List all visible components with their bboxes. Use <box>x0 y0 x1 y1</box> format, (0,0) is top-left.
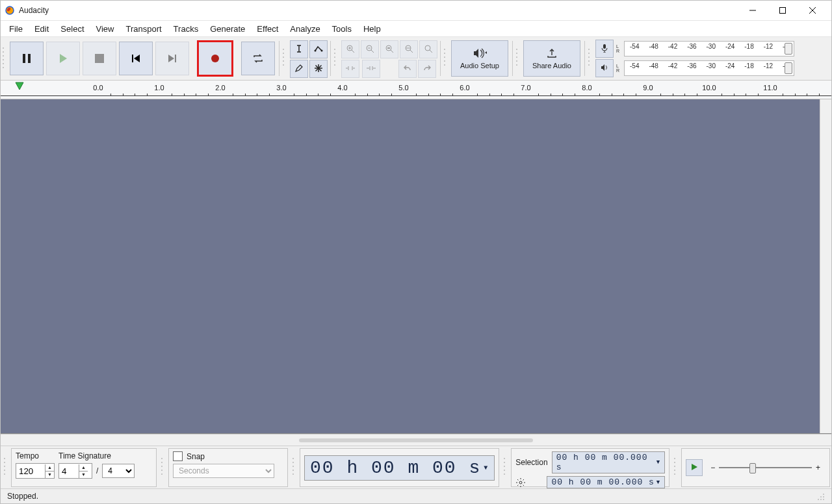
zoom-toggle-button[interactable] <box>419 40 437 58</box>
selection-end[interactable]: 00 h 00 m 00.000 s▼ <box>547 476 665 488</box>
multi-tool-button[interactable] <box>309 60 328 78</box>
skip-start-button[interactable] <box>119 42 153 75</box>
svg-line-97 <box>517 485 518 485</box>
timeline-mark: 2.0 <box>215 84 225 92</box>
menu-select[interactable]: Select <box>55 22 90 36</box>
stop-button[interactable] <box>83 42 116 75</box>
zoom-out-button[interactable] <box>361 40 379 58</box>
resize-grip-icon[interactable] <box>816 492 825 501</box>
svg-point-74 <box>161 458 162 459</box>
toolbar-grip[interactable] <box>2 448 8 487</box>
svg-point-55 <box>444 64 445 66</box>
record-meter-scale[interactable]: -54-48-42-36-30-24-18-12-6 <box>624 41 794 57</box>
svg-point-49 <box>425 45 430 51</box>
svg-point-106 <box>823 496 824 498</box>
svg-point-58 <box>516 53 517 54</box>
timeline[interactable]: 0.01.02.03.04.05.06.07.08.09.010.011.0 <box>1 81 831 99</box>
vertical-scrollbar[interactable] <box>820 99 831 433</box>
snap-panel: Snap Seconds <box>168 448 288 487</box>
snap-checkbox[interactable] <box>173 451 183 461</box>
svg-point-9 <box>3 59 4 60</box>
toolbar-grip[interactable] <box>281 38 287 79</box>
silence-button[interactable] <box>362 60 380 78</box>
menu-generate[interactable]: Generate <box>204 22 251 36</box>
meters: LR -54-48-42-36-30-24-18-12-6 LR -54-48-… <box>593 38 794 79</box>
menu-transport[interactable]: Transport <box>120 22 167 36</box>
zoom-in-button[interactable] <box>341 40 359 58</box>
draw-tool-button[interactable] <box>290 60 308 78</box>
window-close-button[interactable] <box>798 1 827 20</box>
toolbar-grip[interactable] <box>442 38 448 79</box>
play-meter-button[interactable] <box>595 59 614 77</box>
svg-point-22 <box>283 53 284 54</box>
skip-start-icon <box>131 53 141 64</box>
play-button[interactable] <box>46 42 80 75</box>
timesig-denominator[interactable]: 4 <box>102 464 135 478</box>
skip-end-button[interactable] <box>155 42 189 75</box>
track-area[interactable] <box>1 99 831 434</box>
app-icon <box>5 5 15 16</box>
svg-point-33 <box>334 53 335 54</box>
svg-point-75 <box>161 462 162 463</box>
chevron-down-icon[interactable]: ▼ <box>484 464 489 472</box>
horizontal-scrollbar[interactable] <box>1 434 831 446</box>
timesig-label: Time Signature <box>58 451 111 460</box>
chevron-down-icon[interactable]: ▼ <box>656 459 660 466</box>
menu-tracks[interactable]: Tracks <box>168 22 205 36</box>
toolbar-grip[interactable] <box>332 38 339 79</box>
time-display[interactable]: 00 h 00 m 00 s▼ <box>304 455 495 481</box>
svg-point-6 <box>3 47 4 49</box>
share-audio-button[interactable]: Share Audio <box>523 40 580 77</box>
share-audio-group: Share Audio <box>521 38 583 79</box>
menu-analyze[interactable]: Analyze <box>284 22 326 36</box>
svg-rect-13 <box>28 54 31 63</box>
audio-setup-button[interactable]: Audio Setup <box>451 40 508 77</box>
svg-point-24 <box>283 60 284 62</box>
toolbar-grip[interactable] <box>672 448 679 487</box>
menu-effect[interactable]: Effect <box>251 22 284 36</box>
snap-unit-select[interactable]: Seconds <box>173 464 274 478</box>
toolbar-grip[interactable] <box>291 448 297 487</box>
menu-file[interactable]: File <box>3 22 29 36</box>
play-meter-scale[interactable]: -54-48-42-36-30-24-18-12-6 <box>624 60 794 76</box>
meter-pin-icon[interactable] <box>785 43 792 55</box>
toolbar-grip[interactable] <box>159 448 166 487</box>
svg-point-76 <box>161 466 162 467</box>
chevron-down-icon[interactable]: ▼ <box>656 479 660 486</box>
svg-point-109 <box>823 499 824 500</box>
meter-pin-icon[interactable] <box>785 62 792 74</box>
menu-tools[interactable]: Tools <box>326 22 358 36</box>
trim-button[interactable] <box>341 60 359 78</box>
menu-help[interactable]: Help <box>358 22 387 36</box>
toolbar-grip[interactable] <box>502 448 508 487</box>
menu-edit[interactable]: Edit <box>29 22 55 36</box>
svg-point-105 <box>820 496 822 498</box>
play-at-speed-button[interactable] <box>686 459 703 476</box>
toolbar-grip[interactable] <box>586 38 593 79</box>
record-meter-button[interactable] <box>595 40 614 58</box>
selection-tool-button[interactable] <box>290 40 308 58</box>
timesig-numerator[interactable]: ▲▼ <box>58 463 92 479</box>
toolbar-grip[interactable] <box>514 38 521 79</box>
window-maximize-button[interactable] <box>768 1 798 20</box>
svg-point-77 <box>161 470 162 471</box>
svg-point-85 <box>504 462 505 463</box>
zoom-fit-selection-button[interactable] <box>380 40 398 58</box>
svg-point-65 <box>588 60 590 62</box>
window-minimize-button[interactable] <box>738 1 768 20</box>
record-button[interactable] <box>198 42 232 75</box>
undo-button[interactable] <box>398 60 417 78</box>
svg-point-82 <box>292 470 294 471</box>
zoom-fit-project-button[interactable] <box>400 40 418 58</box>
envelope-tool-button[interactable] <box>309 40 328 58</box>
toolbar-grip[interactable] <box>1 38 7 79</box>
gear-icon[interactable] <box>515 477 526 488</box>
selection-start[interactable]: 00 h 00 m 00.000 s▼ <box>552 451 666 473</box>
loop-button[interactable] <box>241 42 275 75</box>
menu-view[interactable]: View <box>90 22 120 36</box>
pause-button[interactable] <box>10 42 44 75</box>
svg-point-83 <box>292 473 294 475</box>
speed-slider[interactable] <box>719 467 812 468</box>
tempo-input[interactable]: ▲▼ <box>16 463 55 479</box>
redo-button[interactable] <box>418 60 436 78</box>
